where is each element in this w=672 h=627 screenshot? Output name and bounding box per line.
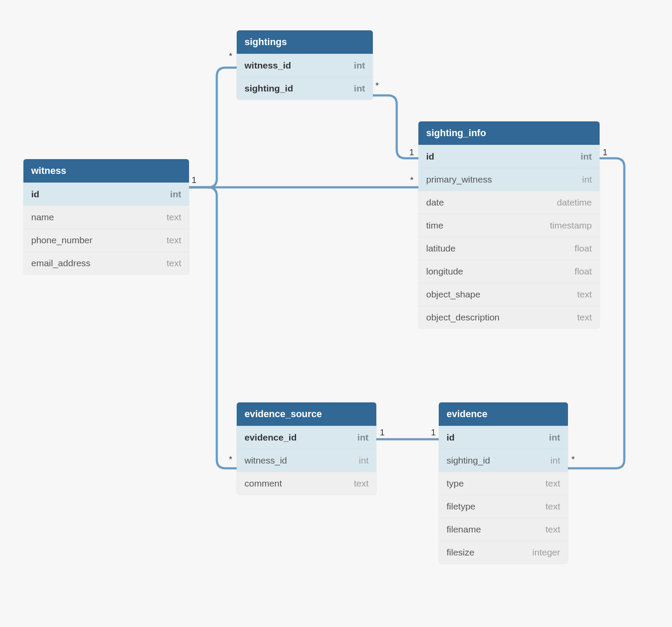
cardinality-label: 1 [603,147,607,157]
field-type: int [170,189,181,199]
field-name: latitude [426,243,456,254]
field-row: witness_id int [237,54,373,77]
field-type: text [166,235,181,245]
cardinality-label: * [571,454,575,464]
field-name: primary_witness [426,174,492,185]
field-name: phone_number [31,235,92,245]
field-row: id int [418,145,600,168]
field-name: id [426,151,434,162]
field-type: datetime [557,197,592,208]
field-name: filetype [447,501,476,512]
field-name: witness_id [245,455,287,466]
field-type: text [354,478,369,489]
entity-evidence-source[interactable]: evidence_source evidence_id int witness_… [237,402,376,495]
field-name: object_description [426,312,499,323]
field-name: email_address [31,258,91,268]
cardinality-label: 1 [431,428,436,438]
field-name: object_shape [426,289,480,300]
field-row: filename text [439,518,568,541]
field-row: email_address text [23,251,189,274]
field-type: text [545,501,560,512]
field-name: sighting_id [447,455,490,466]
field-type: int [581,151,592,162]
field-type: text [577,289,592,300]
cardinality-label: 1 [409,147,414,157]
entity-sighting-info[interactable]: sighting_info id int primary_witness int… [418,121,600,329]
field-name: sighting_id [245,83,293,94]
field-name: type [447,478,464,489]
field-type: text [577,312,592,323]
cardinality-label: * [229,454,232,464]
field-row: id int [439,426,568,449]
field-type: int [354,83,365,94]
entity-header: evidence [439,402,568,426]
field-name: witness_id [245,60,291,71]
field-row: sighting_id int [439,449,568,472]
field-name: name [31,212,54,222]
field-row: date datetime [418,191,600,214]
entity-header: sightings [237,30,373,54]
entity-evidence[interactable]: evidence id int sighting_id int type tex… [439,402,568,564]
field-row: comment text [237,472,376,495]
entity-sightings[interactable]: sightings witness_id int sighting_id int [237,30,373,100]
field-type: int [549,432,560,443]
field-type: int [551,455,560,466]
field-type: int [357,432,369,443]
cardinality-label: 1 [192,175,196,185]
field-row: filesize integer [439,541,568,564]
field-name: comment [245,478,282,489]
field-name: evidence_id [245,432,297,443]
field-row: phone_number text [23,229,189,251]
field-row: latitude float [418,237,600,260]
field-type: text [545,524,560,535]
field-name: date [426,197,444,208]
field-type: timestamp [550,220,592,231]
field-row: primary_witness int [418,168,600,191]
field-row: longitude float [418,260,600,283]
cardinality-label: * [229,51,232,61]
field-type: int [354,60,365,71]
entity-witness[interactable]: witness id int name text phone_number te… [23,159,189,274]
field-row: name text [23,206,189,229]
field-name: id [447,432,455,443]
field-name: filesize [447,547,474,558]
cardinality-label: * [375,81,379,91]
cardinality-label: * [410,175,414,185]
field-row: id int [23,183,189,206]
field-name: time [426,220,444,231]
field-type: text [166,258,181,268]
entity-header: witness [23,159,189,183]
field-type: float [574,266,592,277]
field-type: int [359,455,369,466]
entity-header: sighting_info [418,121,600,145]
field-row: object_shape text [418,283,600,306]
field-type: int [582,174,592,185]
field-row: witness_id int [237,449,376,472]
cardinality-label: 1 [380,428,385,438]
field-type: integer [532,547,560,558]
field-type: text [166,212,181,222]
field-name: longitude [426,266,463,277]
field-row: sighting_id int [237,77,373,100]
field-row: object_description text [418,306,600,329]
field-row: type text [439,472,568,495]
field-name: id [31,189,39,199]
field-row: filetype text [439,495,568,518]
field-type: float [574,243,592,254]
field-row: time timestamp [418,214,600,237]
field-name: filename [447,524,481,535]
er-diagram-canvas: witness id int name text phone_number te… [0,0,672,627]
field-type: text [545,478,560,489]
entity-header: evidence_source [237,402,376,426]
field-row: evidence_id int [237,426,376,449]
